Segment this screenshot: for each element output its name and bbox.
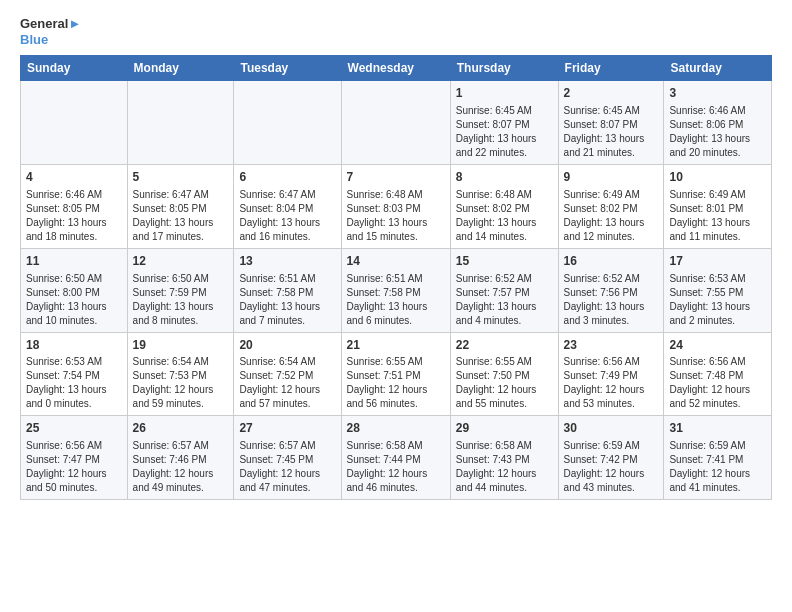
calendar-table: SundayMondayTuesdayWednesdayThursdayFrid… [20,55,772,500]
calendar-cell: 16Sunrise: 6:52 AM Sunset: 7:56 PM Dayli… [558,248,664,332]
cell-info: Sunrise: 6:58 AM Sunset: 7:44 PM Dayligh… [347,439,445,495]
day-number: 21 [347,337,445,354]
cell-info: Sunrise: 6:54 AM Sunset: 7:52 PM Dayligh… [239,355,335,411]
cell-info: Sunrise: 6:45 AM Sunset: 8:07 PM Dayligh… [564,104,659,160]
day-number: 8 [456,169,553,186]
weekday-header-wednesday: Wednesday [341,56,450,81]
day-number: 9 [564,169,659,186]
day-number: 23 [564,337,659,354]
cell-info: Sunrise: 6:46 AM Sunset: 8:06 PM Dayligh… [669,104,766,160]
calendar-row-3: 18Sunrise: 6:53 AM Sunset: 7:54 PM Dayli… [21,332,772,416]
calendar-cell: 7Sunrise: 6:48 AM Sunset: 8:03 PM Daylig… [341,164,450,248]
cell-info: Sunrise: 6:54 AM Sunset: 7:53 PM Dayligh… [133,355,229,411]
day-number: 15 [456,253,553,270]
cell-info: Sunrise: 6:50 AM Sunset: 8:00 PM Dayligh… [26,272,122,328]
calendar-row-1: 4Sunrise: 6:46 AM Sunset: 8:05 PM Daylig… [21,164,772,248]
calendar-cell: 17Sunrise: 6:53 AM Sunset: 7:55 PM Dayli… [664,248,772,332]
day-number: 17 [669,253,766,270]
day-number: 28 [347,420,445,437]
calendar-cell [234,81,341,165]
day-number: 13 [239,253,335,270]
day-number: 16 [564,253,659,270]
calendar-cell [127,81,234,165]
cell-info: Sunrise: 6:56 AM Sunset: 7:47 PM Dayligh… [26,439,122,495]
day-number: 20 [239,337,335,354]
day-number: 31 [669,420,766,437]
calendar-cell: 4Sunrise: 6:46 AM Sunset: 8:05 PM Daylig… [21,164,128,248]
cell-info: Sunrise: 6:57 AM Sunset: 7:45 PM Dayligh… [239,439,335,495]
day-number: 5 [133,169,229,186]
weekday-header-saturday: Saturday [664,56,772,81]
day-number: 4 [26,169,122,186]
calendar-cell: 10Sunrise: 6:49 AM Sunset: 8:01 PM Dayli… [664,164,772,248]
cell-info: Sunrise: 6:49 AM Sunset: 8:02 PM Dayligh… [564,188,659,244]
calendar-row-4: 25Sunrise: 6:56 AM Sunset: 7:47 PM Dayli… [21,416,772,500]
cell-info: Sunrise: 6:52 AM Sunset: 7:57 PM Dayligh… [456,272,553,328]
day-number: 3 [669,85,766,102]
calendar-cell: 30Sunrise: 6:59 AM Sunset: 7:42 PM Dayli… [558,416,664,500]
cell-info: Sunrise: 6:59 AM Sunset: 7:41 PM Dayligh… [669,439,766,495]
cell-info: Sunrise: 6:46 AM Sunset: 8:05 PM Dayligh… [26,188,122,244]
calendar-row-2: 11Sunrise: 6:50 AM Sunset: 8:00 PM Dayli… [21,248,772,332]
cell-info: Sunrise: 6:47 AM Sunset: 8:04 PM Dayligh… [239,188,335,244]
calendar-row-0: 1Sunrise: 6:45 AM Sunset: 8:07 PM Daylig… [21,81,772,165]
calendar-cell: 27Sunrise: 6:57 AM Sunset: 7:45 PM Dayli… [234,416,341,500]
cell-info: Sunrise: 6:51 AM Sunset: 7:58 PM Dayligh… [347,272,445,328]
calendar-cell: 13Sunrise: 6:51 AM Sunset: 7:58 PM Dayli… [234,248,341,332]
day-number: 18 [26,337,122,354]
day-number: 30 [564,420,659,437]
calendar-cell: 18Sunrise: 6:53 AM Sunset: 7:54 PM Dayli… [21,332,128,416]
day-number: 2 [564,85,659,102]
cell-info: Sunrise: 6:49 AM Sunset: 8:01 PM Dayligh… [669,188,766,244]
day-number: 19 [133,337,229,354]
cell-info: Sunrise: 6:58 AM Sunset: 7:43 PM Dayligh… [456,439,553,495]
day-number: 29 [456,420,553,437]
day-number: 25 [26,420,122,437]
day-number: 6 [239,169,335,186]
day-number: 10 [669,169,766,186]
cell-info: Sunrise: 6:55 AM Sunset: 7:50 PM Dayligh… [456,355,553,411]
day-number: 14 [347,253,445,270]
calendar-cell: 20Sunrise: 6:54 AM Sunset: 7:52 PM Dayli… [234,332,341,416]
calendar-cell: 9Sunrise: 6:49 AM Sunset: 8:02 PM Daylig… [558,164,664,248]
day-number: 27 [239,420,335,437]
calendar-cell: 25Sunrise: 6:56 AM Sunset: 7:47 PM Dayli… [21,416,128,500]
calendar-cell: 6Sunrise: 6:47 AM Sunset: 8:04 PM Daylig… [234,164,341,248]
cell-info: Sunrise: 6:56 AM Sunset: 7:48 PM Dayligh… [669,355,766,411]
cell-info: Sunrise: 6:53 AM Sunset: 7:54 PM Dayligh… [26,355,122,411]
weekday-header-row: SundayMondayTuesdayWednesdayThursdayFrid… [21,56,772,81]
calendar-cell: 12Sunrise: 6:50 AM Sunset: 7:59 PM Dayli… [127,248,234,332]
calendar-cell [21,81,128,165]
cell-info: Sunrise: 6:55 AM Sunset: 7:51 PM Dayligh… [347,355,445,411]
weekday-header-friday: Friday [558,56,664,81]
day-number: 22 [456,337,553,354]
cell-info: Sunrise: 6:48 AM Sunset: 8:03 PM Dayligh… [347,188,445,244]
weekday-header-tuesday: Tuesday [234,56,341,81]
cell-info: Sunrise: 6:56 AM Sunset: 7:49 PM Dayligh… [564,355,659,411]
calendar-cell: 1Sunrise: 6:45 AM Sunset: 8:07 PM Daylig… [450,81,558,165]
day-number: 12 [133,253,229,270]
calendar-cell: 28Sunrise: 6:58 AM Sunset: 7:44 PM Dayli… [341,416,450,500]
calendar-cell: 8Sunrise: 6:48 AM Sunset: 8:02 PM Daylig… [450,164,558,248]
calendar-cell: 21Sunrise: 6:55 AM Sunset: 7:51 PM Dayli… [341,332,450,416]
calendar-cell: 3Sunrise: 6:46 AM Sunset: 8:06 PM Daylig… [664,81,772,165]
calendar-cell: 15Sunrise: 6:52 AM Sunset: 7:57 PM Dayli… [450,248,558,332]
cell-info: Sunrise: 6:47 AM Sunset: 8:05 PM Dayligh… [133,188,229,244]
cell-info: Sunrise: 6:57 AM Sunset: 7:46 PM Dayligh… [133,439,229,495]
day-number: 26 [133,420,229,437]
day-number: 1 [456,85,553,102]
logo: General► Blue [20,16,81,47]
calendar-cell: 5Sunrise: 6:47 AM Sunset: 8:05 PM Daylig… [127,164,234,248]
cell-info: Sunrise: 6:48 AM Sunset: 8:02 PM Dayligh… [456,188,553,244]
calendar-cell: 14Sunrise: 6:51 AM Sunset: 7:58 PM Dayli… [341,248,450,332]
calendar-cell: 31Sunrise: 6:59 AM Sunset: 7:41 PM Dayli… [664,416,772,500]
day-number: 11 [26,253,122,270]
calendar-cell: 11Sunrise: 6:50 AM Sunset: 8:00 PM Dayli… [21,248,128,332]
calendar-cell: 22Sunrise: 6:55 AM Sunset: 7:50 PM Dayli… [450,332,558,416]
logo-text: General► Blue [20,16,81,47]
day-number: 7 [347,169,445,186]
calendar-cell: 29Sunrise: 6:58 AM Sunset: 7:43 PM Dayli… [450,416,558,500]
calendar-cell: 24Sunrise: 6:56 AM Sunset: 7:48 PM Dayli… [664,332,772,416]
header: General► Blue [20,16,772,47]
calendar-cell: 26Sunrise: 6:57 AM Sunset: 7:46 PM Dayli… [127,416,234,500]
